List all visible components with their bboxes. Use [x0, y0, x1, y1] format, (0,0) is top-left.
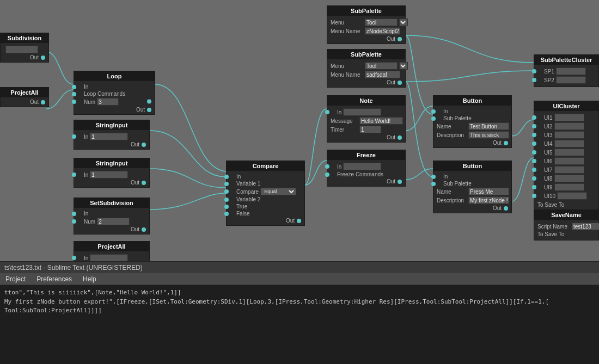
uic-ui7-input[interactable]: [554, 166, 584, 174]
menu-item-help[interactable]: Help: [77, 274, 102, 284]
node-setsubdivision-title: SetSubdivision: [74, 198, 149, 208]
node-subdivision: Subdivision Out: [0, 33, 49, 63]
savename-scriptname-input[interactable]: [572, 223, 599, 230]
setsubdivision-out: Out: [77, 226, 146, 232]
note-message-input[interactable]: [359, 117, 403, 125]
node-projectall-top-title: ProjectAll: [1, 88, 48, 97]
terminal-line-3: Tool:SubTool:ProjectAll]]]]: [4, 306, 595, 316]
button2-name-input[interactable]: [468, 188, 509, 195]
node-setsubdivision: SetSubdivision In Num Out: [74, 198, 150, 235]
freeze-in-input[interactable]: [343, 163, 381, 170]
node-stringinput1-title: StringInput: [74, 120, 149, 130]
node-loop: Loop In Loop Commands Num Out: [74, 71, 155, 115]
button1-out: Out: [437, 140, 508, 146]
uic-ui3-input[interactable]: [554, 131, 584, 139]
button2-out: Out: [437, 205, 508, 211]
node-savename-title: SaveName: [534, 210, 598, 220]
node-subpalette2: SubPalette Menu ▼ Menu Name Out: [327, 49, 406, 88]
node-subdivision-title: Subdivision: [1, 33, 48, 43]
uic-ui1-input[interactable]: [554, 114, 584, 121]
node-uicluster: UICluster UI1 UI2 UI3 UI4: [534, 101, 599, 211]
spc-sp1-input[interactable]: [556, 67, 586, 75]
node-subpalettecluster: SubPaletteCluster SP1 SP2: [534, 54, 599, 87]
projectall-top-out: Out: [4, 99, 45, 105]
subdivision-value-input[interactable]: [5, 46, 38, 53]
node-note-title: Note: [327, 96, 405, 106]
menu-item-project[interactable]: Project: [0, 274, 31, 284]
button2-desc-input[interactable]: [468, 196, 509, 204]
uic-ui6-input[interactable]: [554, 157, 584, 165]
note-in-input[interactable]: [343, 108, 381, 116]
button1-desc-input[interactable]: [468, 131, 509, 139]
uic-ui9-input[interactable]: [554, 183, 584, 191]
node-stringinput1: StringInput In Out: [74, 120, 150, 150]
subpalette2-menu-select[interactable]: ▼: [399, 62, 408, 70]
subpalette2-out: Out: [331, 79, 402, 85]
titlebar-text: ts\test123.txt - Sublime Text (UNREGISTE…: [4, 264, 143, 272]
node-compare: Compare In Variable 1 Compare Equal Not …: [226, 161, 305, 226]
savename-tosave-label: To Save To: [537, 231, 595, 237]
node-uicluster-title: UICluster: [534, 101, 598, 111]
stringinput1-value[interactable]: [90, 133, 128, 140]
uic-ui5-input[interactable]: [554, 149, 584, 156]
compare-out: Out: [230, 218, 301, 224]
titlebar: ts\test123.txt - Sublime Text (UNREGISTE…: [0, 261, 599, 273]
node-subpalette1: SubPalette Menu ▼ Menu Name Out: [327, 5, 406, 44]
stringinput2-out: Out: [77, 180, 146, 186]
node-subpalette1-title: SubPalette: [327, 6, 405, 16]
subpalette1-menuname-input[interactable]: [365, 27, 400, 35]
terminal: tton","This is siiiiick",[Note,"Hello Wo…: [0, 285, 599, 364]
node-savename: SaveName Script Name To Save To: [534, 209, 599, 240]
node-projectall-top: ProjectAll Out: [0, 87, 49, 107]
uic-ui2-input[interactable]: [554, 122, 584, 130]
compare-select[interactable]: Equal Not Equal Greater Less: [260, 188, 296, 195]
stringinput2-value[interactable]: [90, 171, 128, 178]
node-button1: Button In Sub Palette Name Description O…: [433, 95, 512, 148]
node-loop-title: Loop: [74, 71, 155, 81]
loop-num-input[interactable]: [97, 98, 119, 106]
node-subpalettecluster-title: SubPaletteCluster: [534, 55, 598, 65]
stringinput1-out: Out: [77, 141, 146, 147]
subpalette1-menu-input[interactable]: [365, 18, 398, 26]
terminal-line-1: tton","This is siiiiick",[Note,"Hello Wo…: [4, 288, 595, 298]
spc-sp2-input[interactable]: [556, 76, 586, 84]
subpalette1-menu-select[interactable]: ▼: [399, 18, 408, 26]
note-out: Out: [331, 134, 402, 140]
projectall-bottom-input[interactable]: [90, 254, 128, 261]
uic-ui8-input[interactable]: [554, 175, 584, 182]
subpalette2-menu-input[interactable]: [365, 62, 398, 70]
button1-name-input[interactable]: [468, 122, 509, 130]
node-subpalette2-title: SubPalette: [327, 50, 405, 59]
node-freeze: Freeze In Freeze Commands Out: [327, 150, 406, 187]
node-projectall-bottom: ProjectAll In Out: [74, 241, 150, 261]
node-button2: Button In Sub Palette Name Description O…: [433, 161, 512, 213]
terminal-line-2: My first zNode button export!",[IFreeze,…: [4, 298, 595, 307]
node-button2-title: Button: [433, 161, 511, 171]
node-button1-title: Button: [433, 96, 511, 106]
subdivision-out: Out: [4, 54, 45, 60]
node-freeze-title: Freeze: [327, 150, 405, 160]
menubar: Project Preferences Help: [0, 273, 599, 285]
uic-ui4-input[interactable]: [554, 140, 584, 147]
node-compare-title: Compare: [227, 161, 304, 171]
setsubdivision-num-input[interactable]: [97, 218, 130, 225]
node-note: Note In Message Timer Out: [327, 95, 406, 143]
freeze-out: Out: [331, 178, 402, 184]
loop-out: Out: [77, 107, 151, 113]
node-stringinput2-title: StringInput: [74, 158, 149, 168]
node-projectall-bottom-title: ProjectAll: [74, 242, 149, 251]
note-timer-input[interactable]: [359, 126, 381, 133]
uicluster-tosave-label: To Save To: [537, 201, 595, 208]
uic-ui10-input[interactable]: [557, 192, 587, 200]
node-canvas[interactable]: Subdivision Out ProjectAll Out Loop In: [0, 0, 599, 261]
node-stringinput2: StringInput In Out: [74, 158, 150, 188]
subpalette1-out: Out: [331, 36, 402, 42]
subpalette2-menuname-input[interactable]: [365, 71, 400, 78]
menu-item-preferences[interactable]: Preferences: [31, 274, 77, 284]
